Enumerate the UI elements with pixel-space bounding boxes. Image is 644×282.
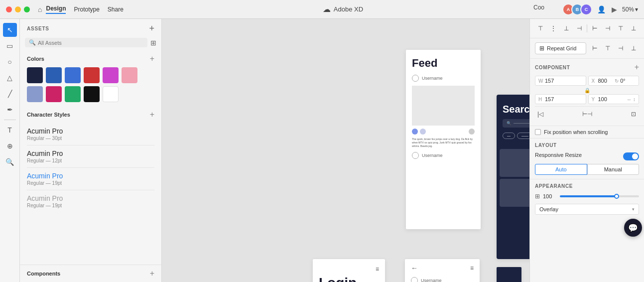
char-styles-add-button[interactable]: + [150, 110, 154, 119]
component-tool[interactable]: ⊕ [3, 139, 17, 153]
color-swatch[interactable] [122, 67, 137, 83]
nav-prototype[interactable]: Prototype [74, 6, 99, 13]
search-grid-item [500, 149, 529, 177]
blend-mode-select[interactable]: Overlay ▾ [535, 204, 639, 215]
close-button[interactable] [6, 6, 12, 12]
line-tool[interactable]: ╱ [3, 87, 17, 101]
maximize-button[interactable] [24, 6, 30, 12]
fix-position-checkbox[interactable] [535, 129, 541, 135]
align-left-icon[interactable]: |◁ [535, 109, 546, 120]
search-box[interactable]: 🔍 [25, 38, 147, 47]
layout-section: LAYOUT Responsive Resize Auto Manual [530, 139, 644, 179]
search-icon: 🔍 [29, 39, 36, 46]
triangle-tool[interactable]: △ [3, 71, 17, 85]
login-title: Login [313, 275, 385, 282]
component-add-button[interactable]: + [635, 63, 639, 72]
back-icon[interactable]: ← [411, 264, 418, 272]
char-style-item[interactable]: Acumin Pro Regular — 19pt [27, 190, 154, 212]
char-styles-label: Character Styles [27, 112, 70, 118]
width-field[interactable]: W 157 [535, 76, 586, 86]
char-style-item[interactable]: Acumin Pro Regular — 12pt [27, 145, 154, 168]
mask-icon[interactable]: ⊡ [628, 109, 639, 120]
align-middle-icon[interactable]: ⋮ [548, 23, 559, 34]
minimize-button[interactable] [15, 6, 21, 12]
search-row: 🔍 ⊞ [20, 36, 161, 51]
artboard-bottom-right [497, 267, 521, 282]
chat-bubble[interactable]: 💬 [624, 219, 642, 237]
text-tool[interactable]: T [3, 123, 17, 137]
distribute-right-icon[interactable]: ⊤ [615, 23, 626, 34]
char-style-meta: Regular — 12pt [27, 158, 154, 163]
y-field[interactable]: Y 100 ↔ ↕ [588, 94, 640, 104]
artboard-login: ≡ Login [313, 259, 385, 282]
distribute-center-icon[interactable]: ⊣ [602, 23, 613, 34]
color-swatch[interactable] [46, 86, 62, 102]
stack-h-icon[interactable]: ⊢ [589, 43, 600, 54]
ellipse-tool[interactable]: ○ [3, 55, 17, 69]
canvas-area[interactable]: Feed Username The quick, brown fox jumps… [162, 19, 529, 282]
color-swatch[interactable] [84, 86, 100, 102]
flip-v-icon: ↕ [633, 97, 636, 102]
sidebar-header: ASSETS + [20, 19, 161, 36]
x-field[interactable]: X 800 ↻ 0° [588, 76, 640, 86]
feed-image [412, 86, 475, 126]
play-icon[interactable]: ▶ [611, 4, 618, 14]
nav-design[interactable]: Design [46, 5, 66, 14]
distribute-bottom-icon[interactable]: ⊥ [628, 23, 639, 34]
window-controls [0, 6, 36, 12]
unstack-icon[interactable]: ⊥ [628, 43, 639, 54]
fix-position-label: Fix position when scrolling [544, 129, 608, 135]
rectangle-tool[interactable]: ▭ [3, 39, 17, 53]
artboard-search: Search 🔍 — —— — [497, 95, 529, 259]
responsive-toggle[interactable] [623, 152, 639, 160]
search-tag: — [503, 133, 515, 139]
stack-v-icon[interactable]: ⊤ [602, 43, 613, 54]
char-styles-list: Acumin Pro Regular — 30pt Acumin Pro Reg… [20, 121, 161, 214]
opacity-slider[interactable] [560, 195, 639, 197]
char-style-item[interactable]: Acumin Pro Regular — 19pt [27, 168, 154, 190]
components-label: Components [27, 271, 60, 277]
search-input[interactable] [38, 40, 143, 46]
color-swatch[interactable] [103, 86, 119, 102]
lock-icon[interactable]: 🔒 [584, 88, 590, 93]
grid-icon: ⊞ [539, 45, 544, 52]
stack-icon[interactable]: ⊣ [615, 43, 626, 54]
char-style-name: Acumin Pro [27, 149, 154, 157]
pen-tool[interactable]: ✒ [3, 103, 17, 117]
char-style-item[interactable]: Acumin Pro Regular — 30pt [27, 123, 154, 145]
person-icon[interactable]: 👤 [596, 4, 607, 14]
grid-view-icon[interactable]: ⊞ [150, 39, 156, 47]
select-tool[interactable]: ↖ [3, 23, 17, 37]
align-right-icon[interactable]: ⊣ [574, 23, 585, 34]
color-swatch[interactable] [27, 67, 43, 83]
flip-h-icon: ↔ [627, 97, 632, 102]
distribute-left-icon[interactable]: ⊢ [589, 23, 600, 34]
manual-button[interactable]: Manual [587, 164, 640, 175]
color-swatch[interactable] [46, 67, 62, 83]
responsive-label: Responsive Resize [535, 152, 582, 158]
height-field[interactable]: H 157 [535, 94, 586, 104]
transform-fields-2: H 157 Y 100 ↔ ↕ [535, 94, 639, 104]
color-swatch[interactable] [103, 67, 119, 83]
zoom-control[interactable]: 50% ▾ [622, 6, 638, 13]
components-add-button[interactable]: + [150, 269, 154, 278]
auto-manual-buttons: Auto Manual [535, 164, 639, 175]
fix-position-row: Fix position when scrolling [530, 126, 644, 139]
home-icon[interactable]: ⌂ [38, 5, 42, 13]
align-tools: ⊤ ⋮ ⊥ ⊣ [535, 23, 585, 34]
color-swatch[interactable] [27, 86, 43, 102]
color-swatch[interactable] [65, 86, 81, 102]
align-center-h-icon[interactable]: ⊢⊣ [582, 109, 593, 120]
width-value: 157 [545, 78, 583, 84]
nav-share[interactable]: Share [108, 6, 124, 13]
repeat-grid-button[interactable]: ⊞ Repeat Grid [535, 42, 586, 54]
sidebar-add-button[interactable]: + [149, 24, 154, 33]
colors-add-button[interactable]: + [150, 54, 154, 63]
align-bottom-icon[interactable]: ⊥ [561, 23, 572, 34]
auto-button[interactable]: Auto [535, 164, 587, 175]
color-swatch[interactable] [65, 67, 81, 83]
align-top-icon[interactable]: ⊤ [535, 23, 546, 34]
search-tool[interactable]: 🔍 [3, 155, 17, 169]
menu-icon[interactable]: ≡ [470, 265, 474, 272]
color-swatch[interactable] [84, 67, 100, 83]
